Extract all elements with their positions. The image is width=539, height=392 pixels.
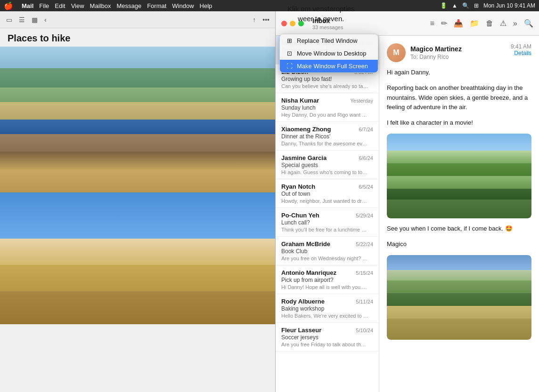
list-icon[interactable]: ☰ — [17, 15, 26, 24]
compose-icon[interactable]: ✏ — [441, 19, 447, 28]
search-menu-icon[interactable]: 🔍 — [462, 2, 469, 9]
mail-sender-2: Nisha Kumar — [281, 97, 319, 104]
wifi-icon: ▲ — [452, 2, 457, 9]
move-icon[interactable]: 📁 — [470, 19, 479, 28]
list-item[interactable]: Rody Albuerne 5/11/24 Baking workshop He… — [276, 294, 379, 323]
apple-menu[interactable]: 🍎 — [4, 1, 13, 10]
mail-sender-3: Xiaomeng Zhong — [281, 126, 331, 133]
close-button[interactable] — [281, 21, 287, 26]
mail-subject-7: Book Club — [281, 248, 373, 255]
list-item[interactable]: Jasmine Garcia 6/6/24 Special guests Hi … — [276, 151, 379, 179]
mail-preview-7: Are you free on Wednesday night? Can't w… — [281, 256, 368, 261]
mail-toolbar-icons: ≡ ✏ 📥 📁 🗑 ⚠ » 🔍 — [430, 19, 533, 28]
delete-icon[interactable]: 🗑 — [486, 19, 493, 28]
replace-window-icon: ⊞ — [286, 37, 293, 44]
mail-preview-9: Hello Bakers, We're very excited to have… — [281, 313, 368, 319]
context-menu-item-fullscreen[interactable]: ⛶ Make Window Full Screen — [280, 60, 378, 72]
junk-icon[interactable]: ⚠ — [500, 19, 506, 28]
minimize-button[interactable] — [290, 21, 295, 26]
list-item[interactable]: Antonio Manriquez 5/15/24 Pick up from a… — [276, 265, 379, 294]
left-pane: Places to hike — [0, 28, 276, 392]
mail-detail-header: M Magico Martinez To: Danny Rico 9:41 AM… — [387, 43, 531, 62]
list-item[interactable]: Graham McBride 5/22/24 Book Club Are you… — [276, 237, 379, 265]
mail-time-4: 6/6/24 — [359, 155, 373, 161]
inbox-info: Inbox 33 messages — [312, 17, 343, 30]
datetime-display: Mon Jun 10 9:41 AM — [483, 2, 535, 9]
menubar-format[interactable]: Format — [147, 2, 166, 9]
mail-preview-5: Howdy, neighbor, Just wanted to drop a q… — [281, 198, 368, 204]
mail-subject-5: Out of town — [281, 191, 373, 197]
mail-body-2: See you when I come back, if I come back… — [387, 224, 531, 249]
detail-to: To: Danny Rico — [410, 54, 462, 60]
mail-time-7: 5/22/24 — [356, 241, 373, 247]
battery-icon: 🔋 — [440, 2, 447, 9]
mail-sender-6: Po-Chun Yeh — [281, 212, 319, 219]
more-options-icon[interactable]: ••• — [261, 15, 271, 24]
list-item[interactable]: Nisha Kumar Yesterday Sunday lunch Hey D… — [276, 93, 379, 122]
mail-sender-8: Antonio Manriquez — [281, 269, 336, 276]
mail-sender-7: Graham McBride — [281, 240, 330, 248]
body-greeting: Hi again Danny, — [387, 68, 531, 78]
mail-sender-4: Jasmine Garcia — [281, 154, 327, 161]
context-menu-fullscreen-label: Make Window Full Screen — [297, 63, 368, 70]
menubar-mailbox[interactable]: Mailbox — [90, 2, 111, 9]
fullscreen-button[interactable] — [298, 21, 304, 26]
context-menu-move-label: Move Window to Desktop — [297, 50, 366, 57]
menubar-message[interactable]: Message — [116, 2, 141, 9]
detail-sender-name: Magico Martinez — [410, 45, 462, 53]
mail-body: Hi again Danny, Reporting back on anothe… — [387, 68, 531, 128]
menubar-help[interactable]: Help — [200, 2, 212, 9]
menubar-file[interactable]: File — [39, 2, 49, 9]
window-controls — [281, 21, 304, 26]
list-item[interactable]: Po-Chun Yeh 5/29/24 Lunch call? Think yo… — [276, 208, 379, 237]
search-icon[interactable]: 🔍 — [524, 19, 533, 28]
more-icon[interactable]: » — [513, 19, 517, 28]
menubar-view[interactable]: View — [71, 2, 84, 9]
list-item[interactable]: Fleur Lasseur 5/10/24 Soccer jerseys Are… — [276, 323, 379, 352]
mail-time-6: 5/29/24 — [356, 213, 373, 218]
mail-preview-3: Danny, Thanks for the awesome evening! I… — [281, 141, 368, 146]
menubar-edit[interactable]: Edit — [55, 2, 65, 9]
left-toolbar: ▭ ☰ ▦ ‹ ↑ ••• — [0, 11, 276, 28]
mail-preview-4: Hi again. Guess who's coming to town wit… — [281, 169, 368, 175]
share-icon[interactable]: ↑ — [251, 15, 257, 24]
mail-time-10: 5/10/24 — [356, 328, 373, 333]
mail-time-8: 5/15/24 — [356, 270, 373, 276]
context-menu-item-move[interactable]: ⊡ Move Window to Desktop — [280, 47, 378, 60]
mail-detail: M Magico Martinez To: Danny Rico 9:41 AM… — [379, 36, 539, 392]
mail-subject-10: Soccer jerseys — [281, 334, 373, 341]
context-menu-item-replace[interactable]: ⊞ Replace Tiled Window — [280, 34, 378, 47]
mountain-photo-2 — [387, 255, 531, 340]
mail-time-2: Yesterday — [350, 98, 373, 104]
sidebar-toggle-icon[interactable]: ▭ — [5, 15, 14, 24]
body-para3: See you when I come back, if I come back… — [387, 224, 531, 234]
mail-sender-5: Ryan Notch — [281, 183, 315, 190]
inbox-title: Inbox — [312, 17, 343, 24]
back-icon[interactable]: ‹ — [43, 15, 48, 24]
mail-sender-10: Fleur Lasseur — [281, 327, 321, 334]
mail-time-5: 6/5/24 — [359, 184, 373, 190]
mail-content-area: Magico Martinez 9:41 AM Today's epic vie… — [276, 36, 539, 392]
menubar-window[interactable]: Window — [172, 2, 194, 9]
mountain-river-image — [0, 47, 276, 192]
mail-subject-9: Baking workshop — [281, 305, 373, 312]
details-link[interactable]: Details — [511, 50, 531, 56]
mail-preview-6: Think you'll be free for a lunchtime cha… — [281, 227, 368, 232]
mail-preview-10: Are you free Friday to talk about the ne… — [281, 342, 368, 347]
archive-icon[interactable]: 📥 — [454, 19, 463, 28]
grid-icon[interactable]: ▦ — [30, 15, 39, 24]
mail-subject-3: Dinner at the Ricos' — [281, 133, 373, 140]
list-item[interactable]: Xiaomeng Zhong 6/7/24 Dinner at the Rico… — [276, 122, 379, 151]
filter-icon[interactable]: ≡ — [430, 19, 434, 28]
mail-time-3: 6/7/24 — [359, 127, 373, 132]
mail-preview-1: Can you believe she's already so tall? P… — [281, 83, 368, 89]
menubar-app[interactable]: Mail — [22, 2, 33, 9]
list-item[interactable]: Ryan Notch 6/5/24 Out of town Howdy, nei… — [276, 179, 379, 208]
mail-pane: Inbox 33 messages ≡ ✏ 📥 📁 🗑 ⚠ » 🔍 ⊞ Repl… — [276, 11, 539, 392]
mail-subject-1: Growing up too fast! — [281, 76, 373, 82]
control-center-icon[interactable]: ⊞ — [474, 2, 479, 9]
body-para1: Reporting back on another breathtaking d… — [387, 83, 531, 112]
sender-avatar: M — [387, 43, 406, 62]
avatar-initials: M — [393, 48, 399, 57]
mail-list[interactable]: Magico Martinez 9:41 AM Today's epic vie… — [276, 36, 379, 392]
